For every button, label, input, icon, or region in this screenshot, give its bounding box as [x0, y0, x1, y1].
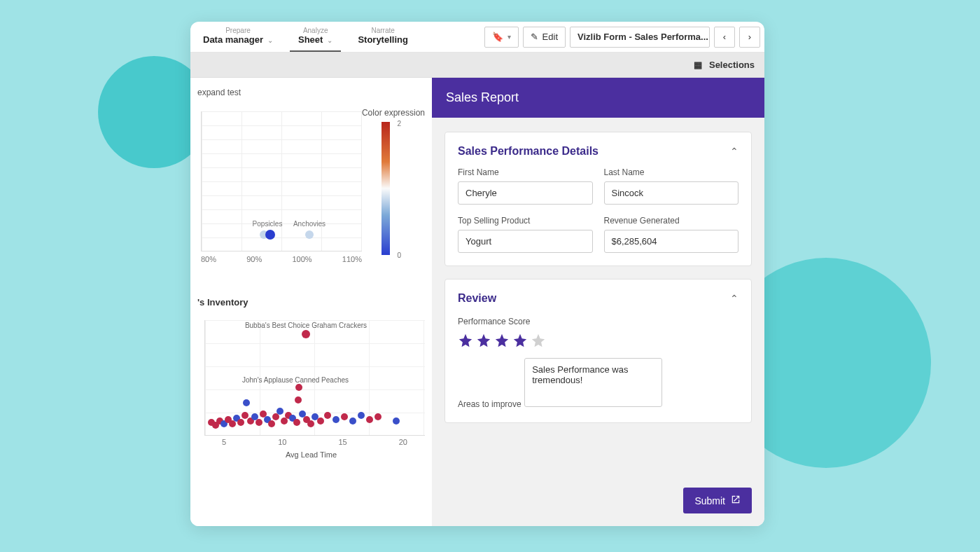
nav-tab-narrate[interactable]: Narrate Storytelling [345, 22, 421, 52]
point-label: Anchovies [293, 220, 326, 228]
first-name-label: First Name [458, 167, 593, 177]
data-point[interactable] [341, 413, 348, 420]
data-point[interactable] [243, 399, 250, 406]
color-scale [382, 122, 390, 255]
data-point[interactable] [293, 419, 300, 426]
star-rating[interactable] [458, 333, 738, 348]
nav-tab-prepare[interactable]: Prepare Data manager⌄ [190, 22, 286, 52]
color-scale-min: 0 [397, 251, 401, 259]
caret-down-icon: ▾ [507, 33, 511, 41]
data-point[interactable] [324, 412, 331, 419]
score-label: Performance Score [458, 317, 530, 326]
star-icon[interactable] [512, 333, 528, 348]
data-point[interactable] [317, 418, 324, 425]
right-pane: Sales Report Sales Performance Details ⌃… [432, 78, 764, 526]
nav-tab-sup: Prepare [225, 27, 251, 34]
data-point[interactable] [307, 420, 314, 427]
data-point[interactable] [295, 384, 302, 391]
nav-tab-label: Storytelling [358, 34, 408, 46]
data-point[interactable] [265, 230, 275, 240]
data-point[interactable] [349, 418, 356, 425]
data-point[interactable] [268, 420, 275, 427]
areas-label: Areas to improve [458, 399, 522, 409]
data-point[interactable] [305, 230, 314, 239]
data-point[interactable] [366, 416, 373, 423]
bookmark-icon: 🔖 [492, 32, 503, 42]
top-product-input[interactable] [458, 230, 593, 253]
revenue-input[interactable] [604, 230, 739, 253]
x-axis-ticks: 80% 90% 100% 110% [201, 255, 362, 263]
x-axis-label: Avg Lead Time [197, 450, 425, 459]
selections-bar: ▦ Selections [190, 53, 764, 78]
data-point[interactable] [255, 419, 262, 426]
next-sheet-button[interactable]: › [739, 27, 760, 48]
card-title: Review [458, 292, 496, 305]
expand-test-label: expand test [197, 88, 425, 97]
annotation: Bubba's Best Choice Graham Crackers [245, 322, 367, 329]
data-point[interactable] [295, 396, 302, 403]
color-expression-chart[interactable]: Color expression 2 0 Popsicles Anchovies… [197, 111, 425, 283]
toolbar: 🔖▾ ✎Edit Vizlib Form - Sales Performa...… [484, 22, 764, 52]
report-header: Sales Report [432, 78, 764, 118]
areas-textarea[interactable] [524, 358, 662, 407]
chevron-down-icon: ⌄ [327, 36, 332, 44]
data-point[interactable] [393, 418, 400, 425]
pencil-icon: ✎ [531, 32, 538, 42]
report-title: Sales Report [446, 90, 519, 104]
top-navigation: Prepare Data manager⌄ Analyze Sheet⌄ Nar… [190, 22, 764, 53]
top-product-label: Top Selling Product [458, 216, 593, 226]
selections-icon[interactable]: ▦ [694, 60, 702, 70]
data-point[interactable] [358, 412, 365, 419]
sales-details-card: Sales Performance Details ⌃ First Name L… [444, 132, 752, 266]
review-card: Review ⌃ Performance Score Areas to impr… [444, 279, 752, 423]
submit-label: Submit [694, 495, 725, 506]
share-icon [731, 495, 741, 506]
data-point[interactable] [374, 413, 382, 420]
chevron-left-icon: ‹ [723, 32, 726, 42]
nav-tab-label: Data manager [203, 34, 263, 46]
revenue-label: Revenue Generated [604, 216, 739, 226]
edit-button[interactable]: ✎Edit [523, 27, 566, 48]
edit-label: Edit [542, 32, 558, 42]
nav-tab-analyze[interactable]: Analyze Sheet⌄ [286, 22, 345, 52]
data-point[interactable] [237, 419, 244, 426]
selections-label: Selections [709, 60, 755, 70]
bookmarks-button[interactable]: 🔖▾ [484, 27, 519, 48]
left-pane: expand test Color expression 2 0 Popsicl… [190, 78, 432, 526]
annotation: John's Applause Canned Peaches [242, 376, 349, 384]
chevron-down-icon: ⌄ [267, 36, 273, 44]
submit-button[interactable]: Submit [683, 488, 752, 513]
first-name-input[interactable] [458, 181, 593, 205]
sheet-selector[interactable]: Vizlib Form - Sales Performa... ▢▾ [570, 27, 710, 48]
legend-title: Color expression [362, 108, 425, 118]
app-window: Prepare Data manager⌄ Analyze Sheet⌄ Nar… [190, 22, 764, 526]
inventory-scatter-chart[interactable]: Bubba's Best Choice Graham Crackers John… [197, 312, 425, 459]
color-scale-max: 2 [397, 120, 401, 127]
last-name-input[interactable] [604, 181, 739, 205]
collapse-icon[interactable]: ⌃ [730, 293, 738, 304]
chart-grid [201, 111, 362, 251]
star-icon[interactable] [458, 333, 473, 348]
data-point[interactable] [276, 408, 284, 415]
card-title: Sales Performance Details [458, 145, 598, 158]
last-name-label: Last Name [604, 167, 739, 177]
star-icon[interactable] [476, 333, 491, 348]
nav-tab-label: Sheet [298, 34, 323, 46]
nav-tab-sup: Narrate [371, 27, 394, 34]
prev-sheet-button[interactable]: ‹ [714, 27, 735, 48]
point-label: Popsicles [253, 220, 283, 228]
data-point[interactable] [332, 416, 340, 423]
data-point[interactable] [302, 330, 310, 338]
collapse-icon[interactable]: ⌃ [730, 146, 738, 157]
star-icon[interactable] [494, 333, 510, 348]
sheet-name: Vizlib Form - Sales Performa... [578, 32, 708, 42]
inventory-title: 's Inventory [197, 297, 425, 308]
x-axis-ticks: 5 10 15 20 [204, 438, 425, 446]
chevron-right-icon: › [748, 32, 751, 42]
nav-tab-sup: Analyze [303, 27, 328, 34]
star-icon[interactable] [531, 333, 546, 348]
